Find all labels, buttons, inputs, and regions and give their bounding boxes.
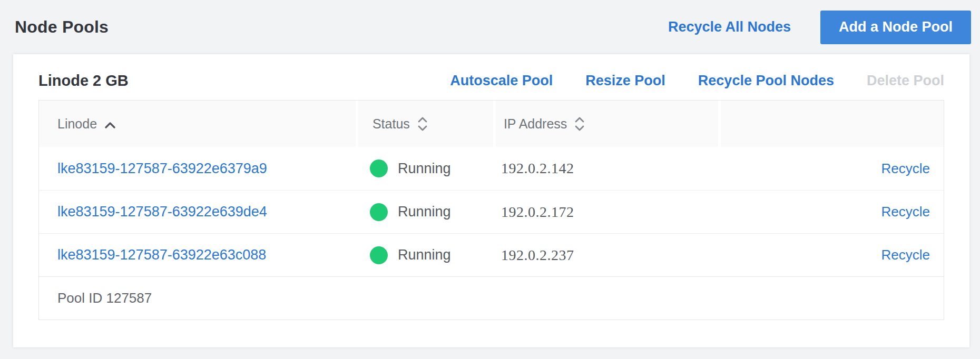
- node-actions-cell: Recycle: [718, 234, 944, 276]
- node-ip-cell: 192.0.2.237: [493, 234, 719, 276]
- sort-asc-icon: [104, 116, 116, 132]
- node-name-cell: lke83159-127587-63922e6379a9: [39, 147, 356, 190]
- sort-both-icon: [417, 117, 428, 131]
- resize-pool-link[interactable]: Resize Pool: [585, 73, 665, 89]
- node-status-cell: Running: [356, 147, 493, 190]
- node-table-footer: Pool ID 127587: [39, 276, 944, 320]
- node-status-cell: Running: [356, 234, 493, 276]
- node-link[interactable]: lke83159-127587-63922e63c088: [57, 247, 266, 263]
- node-ip-cell: 192.0.2.172: [493, 191, 719, 233]
- node-row-2: lke83159-127587-63922e639de4 Running 192…: [39, 190, 944, 233]
- ip-address: 192.0.2.237: [501, 247, 574, 264]
- status-label: Running: [398, 161, 451, 177]
- node-ip-cell: 192.0.2.142: [493, 147, 719, 190]
- node-actions-cell: Recycle: [718, 147, 944, 190]
- sort-both-icon: [574, 117, 585, 131]
- column-header-status[interactable]: Status: [356, 101, 493, 147]
- pool-id-label: Pool ID 127587: [57, 290, 152, 306]
- pool-actions: Autoscale Pool Resize Pool Recycle Pool …: [450, 73, 944, 89]
- node-name-cell: lke83159-127587-63922e63c088: [39, 234, 356, 276]
- node-name-cell: lke83159-127587-63922e639de4: [39, 191, 356, 233]
- status-label: Running: [398, 204, 451, 220]
- node-row-3: lke83159-127587-63922e63c088 Running 192…: [39, 233, 944, 276]
- node-status-cell: Running: [356, 191, 493, 233]
- recycle-node-link[interactable]: Recycle: [881, 161, 929, 177]
- pool-title: Linode 2 GB: [38, 72, 129, 89]
- column-header-actions: [718, 101, 944, 147]
- node-link[interactable]: lke83159-127587-63922e639de4: [57, 204, 267, 220]
- status-label: Running: [398, 247, 451, 263]
- column-header-linode-label: Linode: [57, 116, 97, 132]
- node-table-header: Linode Status: [39, 101, 944, 147]
- pool-header: Linode 2 GB Autoscale Pool Resize Pool R…: [38, 54, 944, 100]
- delete-pool-link[interactable]: Delete Pool: [867, 73, 944, 89]
- recycle-all-nodes-link[interactable]: Recycle All Nodes: [668, 19, 791, 35]
- node-table: Linode Status: [38, 100, 944, 320]
- node-row-1: lke83159-127587-63922e6379a9 Running 192…: [39, 147, 944, 190]
- autoscale-pool-link[interactable]: Autoscale Pool: [450, 73, 553, 89]
- column-header-ip-address[interactable]: IP Address: [493, 101, 719, 147]
- ip-address: 192.0.2.142: [501, 160, 574, 177]
- ip-address: 192.0.2.172: [501, 204, 574, 221]
- status-running-dot: [370, 203, 388, 221]
- recycle-node-link[interactable]: Recycle: [881, 204, 929, 220]
- column-header-linode[interactable]: Linode: [39, 101, 356, 147]
- add-node-pool-button[interactable]: Add a Node Pool: [820, 11, 971, 44]
- node-link[interactable]: lke83159-127587-63922e6379a9: [57, 161, 267, 177]
- pool-id-row: Pool ID 127587: [39, 276, 944, 320]
- node-pools-page: Node Pools Recycle All Nodes Add a Node …: [0, 0, 980, 359]
- status-running-dot: [370, 159, 388, 177]
- header-row: Linode Status: [39, 101, 944, 147]
- column-header-ip-label: IP Address: [504, 116, 567, 132]
- page-title: Node Pools: [15, 17, 109, 37]
- recycle-pool-nodes-link[interactable]: Recycle Pool Nodes: [698, 73, 834, 89]
- status-running-dot: [370, 246, 388, 264]
- node-pool-card: Linode 2 GB Autoscale Pool Resize Pool R…: [13, 54, 969, 347]
- recycle-node-link[interactable]: Recycle: [881, 247, 929, 263]
- page-header: Node Pools Recycle All Nodes Add a Node …: [0, 0, 980, 54]
- column-header-status-label: Status: [373, 116, 410, 132]
- node-table-body: lke83159-127587-63922e6379a9 Running 192…: [39, 147, 944, 276]
- node-actions-cell: Recycle: [718, 191, 944, 233]
- page-header-actions: Recycle All Nodes Add a Node Pool: [668, 11, 971, 44]
